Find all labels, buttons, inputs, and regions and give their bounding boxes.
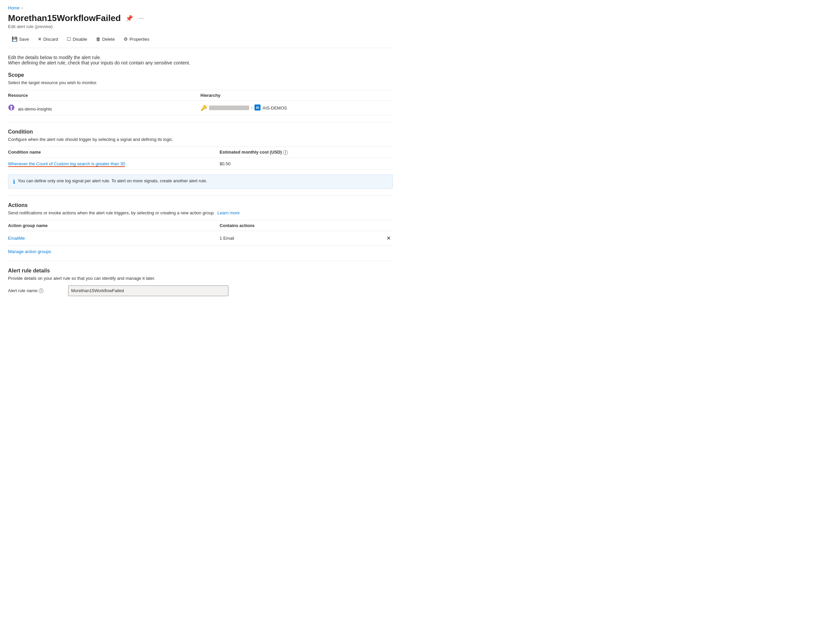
scope-table-header: Resource Hierarchy	[8, 90, 393, 101]
save-button[interactable]: 💾 Save	[8, 34, 33, 44]
alert-rule-name-row: Alert rule name i	[8, 285, 393, 296]
learn-more-link[interactable]: Learn more	[217, 210, 240, 215]
disable-icon: ☐	[67, 37, 71, 42]
actions-title: Actions	[8, 202, 393, 208]
discard-icon: ✕	[38, 37, 42, 42]
breadcrumb: Home ›	[8, 5, 393, 10]
manage-action-groups-link[interactable]: Manage action groups	[8, 249, 51, 254]
breadcrumb-separator: ›	[22, 6, 23, 10]
toolbar: 💾 Save ✕ Discard ☐ Disable 🗑 Delete ⚙ Pr…	[8, 34, 393, 48]
properties-button[interactable]: ⚙ Properties	[120, 34, 153, 44]
col-contains-header: Contains actions	[220, 223, 393, 228]
discard-button[interactable]: ✕ Discard	[34, 34, 62, 44]
section-divider-2	[8, 195, 393, 196]
breadcrumb-home-link[interactable]: Home	[8, 5, 20, 10]
hierarchy-arrow-icon: ›	[251, 105, 252, 110]
remove-action-button[interactable]: ✕	[385, 234, 393, 242]
alert-details-title: Alert rule details	[8, 268, 393, 274]
alert-rule-name-input[interactable]	[68, 285, 228, 296]
scope-desc: Select the target resource you wish to m…	[8, 80, 393, 85]
col-cost-header: Estimated monthly cost (USD) i	[220, 149, 393, 155]
page-title: Morethan15WorkflowFailed	[8, 13, 121, 23]
intro-line1: Edit the details below to modify the ale…	[8, 55, 393, 60]
page-title-row: Morethan15WorkflowFailed 📌 ···	[8, 13, 393, 23]
section-divider-1	[8, 122, 393, 122]
more-options-button[interactable]: ···	[137, 14, 145, 22]
contains-cell: 1 Email ✕	[220, 234, 393, 242]
page-subtitle: Edit alert rule (preview)	[8, 24, 393, 29]
properties-icon: ⚙	[124, 37, 128, 42]
delete-label: Delete	[102, 37, 115, 42]
discard-label: Discard	[43, 37, 58, 42]
action-group-link[interactable]: EmailMe	[8, 236, 25, 241]
svg-point-1	[10, 106, 12, 108]
alert-name-info-icon[interactable]: i	[39, 288, 43, 293]
col-condition-header: Condition name	[8, 149, 220, 155]
ais-demos-icon: AI	[255, 105, 261, 111]
actions-table-header: Action group name Contains actions	[8, 220, 393, 231]
actions-desc: Send notifications or invoke actions whe…	[8, 210, 393, 215]
disable-button[interactable]: ☐ Disable	[63, 34, 91, 44]
condition-table-header: Condition name Estimated monthly cost (U…	[8, 147, 393, 158]
pin-button[interactable]: 📌	[124, 14, 134, 23]
col-hierarchy-header: Hierarchy	[200, 93, 393, 98]
cost-cell: $0.50	[220, 161, 393, 166]
col-action-name-header: Action group name	[8, 223, 220, 228]
info-banner: ℹ You can define only one log signal per…	[8, 175, 393, 189]
condition-name-link[interactable]: Whenever the Count of Custom log search …	[8, 161, 125, 166]
condition-name-underline: Whenever the Count of Custom log search …	[8, 161, 125, 167]
condition-title: Condition	[8, 129, 393, 135]
resource-cell: ais-demo-insights	[8, 104, 200, 111]
alert-details-section: Alert rule details Provide details on yo…	[8, 268, 393, 296]
scope-title: Scope	[8, 72, 393, 78]
intro-line2: When defining the alert rule, check that…	[8, 60, 393, 66]
actions-table: Action group name Contains actions Email…	[8, 220, 393, 246]
resource-name: ais-demo-insights	[18, 107, 52, 111]
alert-details-desc: Provide details on your alert rule so th…	[8, 276, 393, 281]
delete-button[interactable]: 🗑 Delete	[92, 34, 119, 44]
info-banner-icon: ℹ	[13, 178, 15, 185]
info-banner-text: You can define only one log signal per a…	[18, 178, 207, 183]
properties-label: Properties	[130, 37, 149, 42]
save-label: Save	[19, 37, 29, 42]
cost-info-icon[interactable]: i	[283, 150, 288, 155]
condition-table-row: Whenever the Count of Custom log search …	[8, 158, 393, 170]
disable-label: Disable	[73, 37, 87, 42]
condition-table: Condition name Estimated monthly cost (U…	[8, 146, 393, 170]
action-name-cell: EmailMe	[8, 236, 220, 241]
scope-table: Resource Hierarchy ais-demo-insights	[8, 90, 393, 115]
svg-rect-2	[11, 108, 12, 110]
hierarchy-cell: 🔑 › AI AIS-DEMOS	[200, 105, 393, 111]
col-resource-header: Resource	[8, 93, 200, 98]
condition-name-cell: Whenever the Count of Custom log search …	[8, 161, 220, 166]
condition-desc: Configure when the alert rule should tri…	[8, 137, 393, 142]
save-icon: 💾	[12, 37, 17, 42]
key-icon: 🔑	[200, 105, 207, 111]
resource-icon	[8, 104, 15, 111]
action-table-row: EmailMe 1 Email ✕	[8, 231, 393, 246]
delete-icon: 🗑	[96, 37, 101, 42]
hierarchy-label: AIS-DEMOS	[263, 105, 287, 111]
hierarchy-blurred-text	[209, 105, 249, 110]
alert-rule-name-label: Alert rule name i	[8, 288, 61, 293]
svg-text:AI: AI	[256, 106, 259, 110]
scope-table-row: ais-demo-insights 🔑 › AI AIS-DEMOS	[8, 101, 393, 115]
contains-text: 1 Email	[220, 236, 234, 241]
